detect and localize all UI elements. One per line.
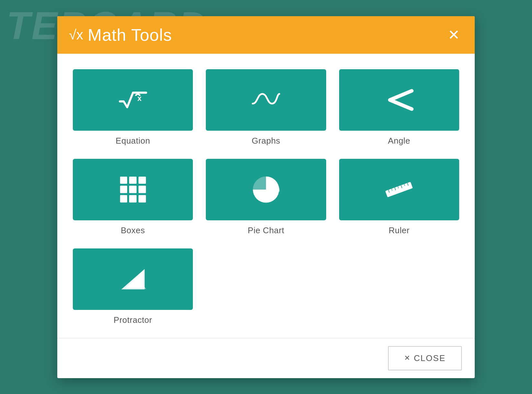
angle-label: Angle: [388, 136, 410, 146]
tool-item-ruler[interactable]: Ruler: [339, 159, 459, 235]
pie-chart-icon: [251, 175, 281, 204]
tool-item-graphs[interactable]: Graphs: [206, 69, 326, 146]
tool-tile-pie-chart[interactable]: [206, 159, 326, 220]
tool-tile-equation[interactable]: x: [73, 69, 193, 131]
modal-title: Math Tools: [88, 25, 172, 45]
close-button-icon: ✕: [404, 354, 411, 362]
svg-rect-4: [385, 182, 413, 197]
math-tools-modal: √x Math Tools ✕ x: [57, 16, 475, 378]
tool-item-angle[interactable]: Angle: [339, 69, 459, 146]
ruler-label: Ruler: [389, 225, 410, 235]
close-button-label: CLOSE: [414, 353, 446, 363]
ruler-icon: [384, 175, 414, 204]
tool-item-boxes[interactable]: Boxes: [73, 159, 193, 235]
tool-tile-graphs[interactable]: [206, 69, 326, 131]
boxes-label: Boxes: [121, 225, 145, 235]
protractor-icon: [118, 265, 148, 294]
equation-label: Equation: [116, 136, 150, 146]
protractor-label: Protractor: [114, 315, 152, 325]
tool-tile-angle[interactable]: [339, 69, 459, 131]
modal-overlay: √x Math Tools ✕ x: [0, 0, 532, 394]
graphs-label: Graphs: [252, 136, 280, 146]
tool-tile-ruler[interactable]: [339, 159, 459, 220]
tool-tile-boxes[interactable]: [73, 159, 193, 220]
angle-icon: [384, 85, 414, 115]
modal-body: x Equation: [57, 54, 475, 338]
close-button[interactable]: ✕ CLOSE: [388, 346, 462, 370]
tool-tile-protractor[interactable]: [73, 248, 193, 310]
graphs-icon: [251, 85, 281, 115]
modal-header: √x Math Tools ✕: [57, 16, 475, 54]
tool-item-pie-chart[interactable]: Pie Chart: [206, 159, 326, 235]
math-tools-header-icon: √x: [69, 28, 83, 42]
modal-close-x-button[interactable]: ✕: [445, 27, 463, 43]
equation-icon: x: [118, 85, 148, 115]
boxes-icon: [120, 177, 146, 202]
tool-item-protractor[interactable]: Protractor: [73, 248, 193, 325]
modal-header-left: √x Math Tools: [69, 25, 172, 45]
tools-grid: x Equation: [73, 69, 459, 325]
modal-footer: ✕ CLOSE: [57, 338, 475, 378]
tool-item-equation[interactable]: x Equation: [73, 69, 193, 146]
pie-chart-label: Pie Chart: [248, 225, 284, 235]
